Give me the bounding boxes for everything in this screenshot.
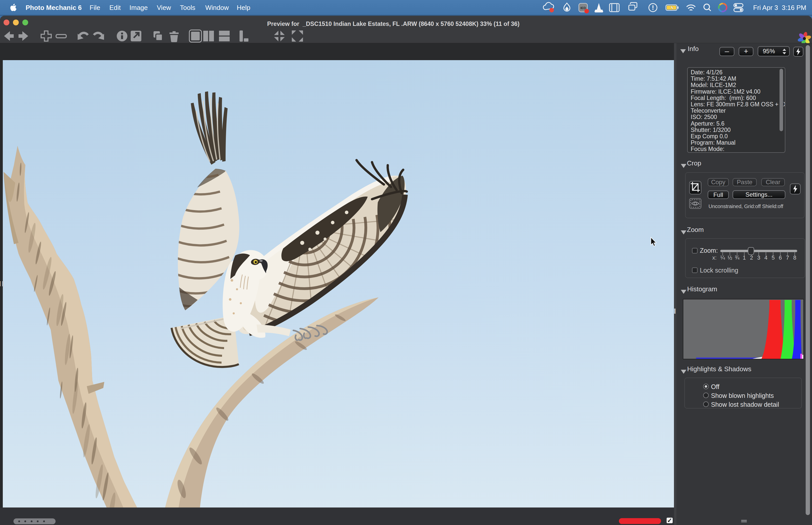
- svg-text:!: !: [652, 4, 654, 11]
- svg-text:IED: IED: [580, 6, 586, 10]
